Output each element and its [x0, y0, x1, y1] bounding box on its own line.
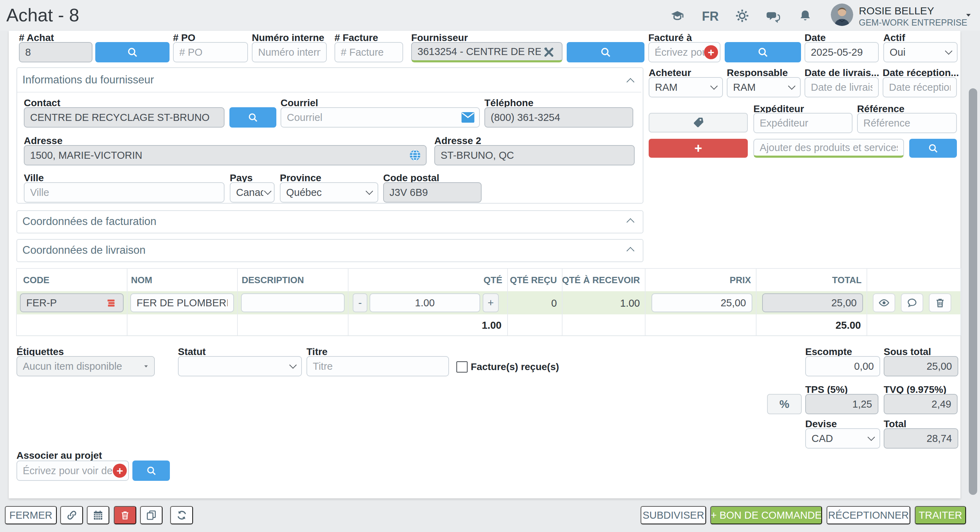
item-qte-a-recevoir: 1.00 — [620, 298, 640, 309]
link-button[interactable] — [60, 506, 83, 524]
col-qte-recu[interactable]: QTÉ REÇU — [510, 275, 562, 286]
col-total[interactable]: TOTAL — [832, 275, 867, 286]
ajouter-produits-input[interactable] — [753, 139, 904, 158]
courriel-input[interactable] — [280, 107, 480, 127]
vertical-scrollbar[interactable] — [969, 88, 977, 495]
facture-a-search-button[interactable] — [725, 42, 801, 62]
tps-input[interactable] — [805, 394, 878, 414]
achat-input[interactable] — [19, 42, 92, 62]
achat-search-button[interactable] — [95, 42, 170, 62]
adresse2-input[interactable] — [434, 145, 635, 166]
projet-search-button[interactable] — [132, 460, 170, 481]
date-livraison-input[interactable] — [805, 77, 879, 97]
etiquettes-select[interactable]: Aucun item disponible — [16, 356, 155, 376]
globe-icon[interactable] — [409, 149, 421, 161]
trash-icon — [120, 510, 130, 521]
receptionner-button[interactable]: RÉCEPTIONNER — [827, 506, 910, 524]
projet-add-icon[interactable]: + — [113, 464, 127, 478]
search-icon — [146, 465, 157, 476]
facture-input[interactable] — [334, 42, 403, 62]
col-prix[interactable]: PRIX — [730, 275, 756, 286]
tvq-input[interactable] — [884, 394, 958, 414]
interne-input[interactable] — [252, 42, 327, 62]
total-input[interactable] — [884, 428, 958, 449]
calendar-button[interactable] — [87, 506, 109, 524]
user-avatar[interactable] — [831, 3, 853, 26]
date-input[interactable] — [805, 42, 879, 62]
facture-a-add-icon[interactable]: + — [704, 45, 718, 59]
qty-minus-button[interactable]: - — [353, 293, 368, 312]
responsable-select[interactable]: RAM — [727, 77, 801, 97]
email-envelope-icon[interactable] — [461, 111, 475, 123]
qty-plus-button[interactable]: + — [483, 293, 499, 312]
chevron-down-icon — [867, 433, 875, 441]
purchase-page: Achat - 8 FR ROSIE BELLEY GEM-WORK ENTRE… — [0, 0, 980, 532]
projet-input[interactable] — [16, 460, 129, 481]
po-input[interactable] — [173, 42, 248, 62]
chevron-down-icon — [289, 361, 297, 368]
item-comment-button[interactable] — [901, 293, 923, 312]
fournisseur-search-button[interactable] — [567, 42, 644, 62]
inventory-list-icon[interactable] — [106, 298, 116, 308]
subdiviser-button[interactable]: SUBDIVISER — [641, 506, 706, 524]
col-description[interactable]: DESCRIPTION — [242, 275, 304, 286]
bon-de-commande-button[interactable]: + BON DE COMMANDE — [710, 506, 822, 524]
comment-bubble-icon — [907, 297, 918, 308]
item-prix-input[interactable] — [651, 293, 752, 312]
tags-button[interactable] — [649, 113, 748, 132]
titre-input[interactable] — [307, 356, 449, 376]
pays-select[interactable]: Canada — [230, 182, 275, 202]
ville-input[interactable] — [24, 182, 224, 202]
facturation-section-title: Coordonnées de facturation — [22, 215, 157, 228]
fermer-button[interactable]: FERMER — [5, 506, 57, 524]
eye-icon — [878, 297, 889, 308]
actif-select[interactable]: Oui — [883, 42, 958, 62]
traiter-button[interactable]: TRAITER — [915, 506, 966, 524]
code-postal-input[interactable] — [383, 182, 482, 202]
add-line-button[interactable]: + — [649, 139, 748, 158]
contact-search-button[interactable] — [229, 107, 276, 127]
produits-search-button[interactable] — [909, 139, 957, 158]
reference-input[interactable] — [857, 113, 957, 133]
fournisseur-input[interactable] — [411, 42, 563, 62]
user-menu-caret-icon[interactable] — [965, 13, 972, 17]
link-icon — [66, 510, 77, 521]
messages-icon[interactable] — [766, 10, 782, 24]
factures-recues-label: Facture(s) reçue(s) — [471, 361, 559, 373]
col-code[interactable]: CODE — [23, 275, 49, 286]
item-view-button[interactable] — [873, 293, 895, 312]
sous-total-input[interactable] — [884, 356, 958, 376]
item-qte-input[interactable] — [369, 293, 480, 312]
summary-qte: 1.00 — [482, 320, 501, 331]
col-qte-a-recevoir[interactable]: QTÉ À RECEVOIR — [562, 275, 645, 286]
settings-gear-icon[interactable] — [735, 8, 749, 23]
delete-button[interactable] — [114, 506, 136, 524]
escompte-input[interactable] — [805, 356, 880, 376]
statut-select[interactable] — [178, 356, 302, 376]
language-toggle[interactable]: FR — [702, 9, 719, 24]
academy-icon[interactable] — [670, 9, 685, 23]
telephone-input[interactable] — [484, 107, 633, 127]
factures-recues-checkbox[interactable] — [457, 361, 468, 373]
refresh-button[interactable] — [170, 506, 193, 524]
col-qte[interactable]: QTÉ — [484, 275, 507, 286]
province-select[interactable]: Québec — [280, 182, 378, 202]
acheteur-select[interactable]: RAM — [649, 77, 723, 97]
contact-input[interactable] — [24, 107, 224, 127]
duplicate-button[interactable] — [140, 506, 162, 524]
percent-toggle-button[interactable]: % — [767, 394, 802, 414]
notifications-bell-icon[interactable] — [798, 9, 813, 24]
item-description-input[interactable] — [241, 293, 345, 312]
devise-select[interactable]: CAD — [805, 428, 880, 449]
item-delete-button[interactable] — [929, 293, 951, 312]
calendar-icon — [92, 510, 104, 521]
user-name: ROSIE BELLEY — [859, 5, 934, 17]
col-nom[interactable]: NOM — [131, 275, 152, 286]
date-reception-input[interactable] — [883, 77, 957, 97]
fournisseur-clear-icon[interactable] — [543, 46, 555, 58]
copy-icon — [146, 510, 157, 521]
expediteur-input[interactable] — [753, 113, 853, 133]
item-nom-input[interactable] — [130, 293, 234, 312]
adresse-input[interactable] — [24, 145, 426, 166]
item-total-input[interactable] — [762, 293, 863, 312]
